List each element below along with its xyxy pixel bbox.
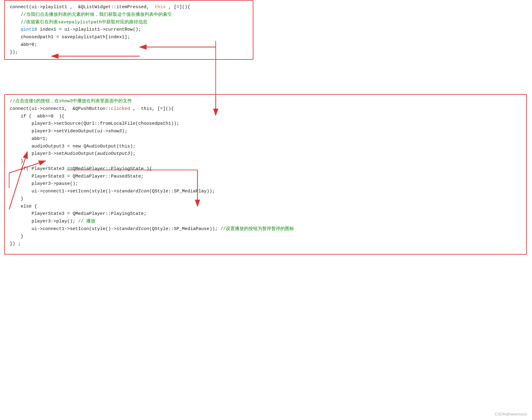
- code-line: }: [10, 158, 521, 165]
- code-line: });: [10, 49, 248, 56]
- code-line: connect(ui->playlist1 , &QListWidget::it…: [10, 4, 248, 11]
- code-line: //当我们点击播放列表的元素的时候，我们获取这个值在播放列表中的索引: [10, 11, 248, 19]
- code-line: player3->setVideoOutput(ui->show3);: [10, 128, 521, 135]
- watermark: CSDN@weersooo: [495, 411, 527, 418]
- code-block-top: connect(ui->playlist1 , &QListWidget::it…: [4, 0, 253, 60]
- code-line: PlayerState3 = QMediaPlayer::PausedState…: [10, 173, 521, 181]
- code-line: abb=0;: [10, 41, 248, 49]
- code-line: player3->setAudioOutput(audioOutput3);: [10, 150, 521, 158]
- code-line: PlayerState3 = QMediaPlayer::PlayingStat…: [10, 210, 521, 218]
- code-line: abb=1;: [10, 135, 521, 143]
- code-line: ui->connect1->setIcon(style()->standardI…: [10, 188, 521, 195]
- code-line: audioOutput3 = new QAudioOutput(this);: [10, 143, 521, 151]
- code-line: if ( abb==0 ){: [10, 113, 521, 120]
- code-line: }: [10, 195, 521, 203]
- code-line: //点击连接1的按钮，在show3中播放在列表里面选中的文件: [10, 98, 521, 105]
- code-line: player3->setSource(QUrl::fromLocalFile(c…: [10, 120, 521, 128]
- code-block-bottom: //点击连接1的按钮，在show3中播放在列表里面选中的文件 connect(u…: [4, 94, 527, 255]
- code-line: if( PlayerState3 ==QMediaPlayer::Playing…: [10, 165, 521, 173]
- code-line: }) ;: [10, 240, 521, 248]
- code-line: player3->play(); // 播放: [10, 218, 521, 225]
- code-line: }: [10, 233, 521, 241]
- code-line: else {: [10, 203, 521, 211]
- code-line: choosedpath1 = saveplaylistpath[index1];: [10, 34, 248, 41]
- code-line: connect(ui->connect1, &QPushButton::clic…: [10, 105, 521, 113]
- code-line: player3->pause();: [10, 180, 521, 188]
- code-line: //依据索引在列表savepalylistpath中获取对应的路径信息: [10, 19, 248, 26]
- page-container: connect(ui->playlist1 , &QListWidget::it…: [0, 0, 532, 420]
- code-line: ui->connect1->setIcon(style()->standardI…: [10, 225, 521, 233]
- code-line: qint16 index1 = ui->playlist1->currentRo…: [10, 26, 248, 34]
